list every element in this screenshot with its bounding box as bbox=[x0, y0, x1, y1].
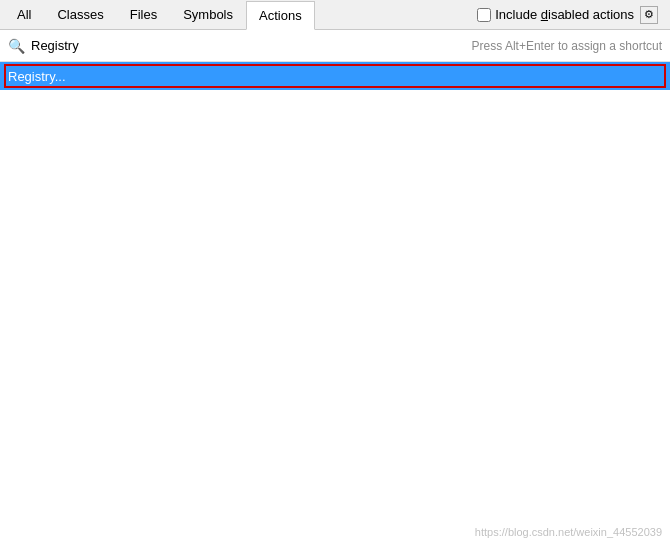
result-item-registry[interactable]: Registry... bbox=[0, 62, 670, 90]
tab-actions[interactable]: Actions bbox=[246, 1, 315, 30]
tab-symbols-label: Symbols bbox=[183, 7, 233, 22]
search-input[interactable] bbox=[31, 38, 472, 53]
tab-actions-label: Actions bbox=[259, 8, 302, 23]
result-item-highlight-border bbox=[4, 64, 666, 88]
tab-classes-label: Classes bbox=[57, 7, 103, 22]
checkbox-text: Include disabled actions bbox=[495, 7, 634, 22]
search-icon: 🔍 bbox=[8, 38, 25, 54]
underline-d: d bbox=[541, 7, 548, 22]
tab-classes[interactable]: Classes bbox=[44, 0, 116, 29]
include-disabled-checkbox[interactable] bbox=[477, 8, 491, 22]
tab-bar-right: Include disabled actions ⚙ bbox=[477, 6, 666, 24]
tab-files[interactable]: Files bbox=[117, 0, 170, 29]
tab-symbols[interactable]: Symbols bbox=[170, 0, 246, 29]
tab-all[interactable]: All bbox=[4, 0, 44, 29]
tab-all-label: All bbox=[17, 7, 31, 22]
result-item-text: Registry... bbox=[8, 69, 66, 84]
include-disabled-label[interactable]: Include disabled actions bbox=[477, 7, 634, 22]
watermark: https://blog.csdn.net/weixin_44552039 bbox=[475, 526, 662, 538]
results-list: Registry... bbox=[0, 62, 670, 90]
tab-bar: All Classes Files Symbols Actions Includ… bbox=[0, 0, 670, 30]
tab-files-label: Files bbox=[130, 7, 157, 22]
search-hint: Press Alt+Enter to assign a shortcut bbox=[472, 39, 662, 53]
settings-icon[interactable]: ⚙ bbox=[640, 6, 658, 24]
search-bar: 🔍 Press Alt+Enter to assign a shortcut bbox=[0, 30, 670, 62]
